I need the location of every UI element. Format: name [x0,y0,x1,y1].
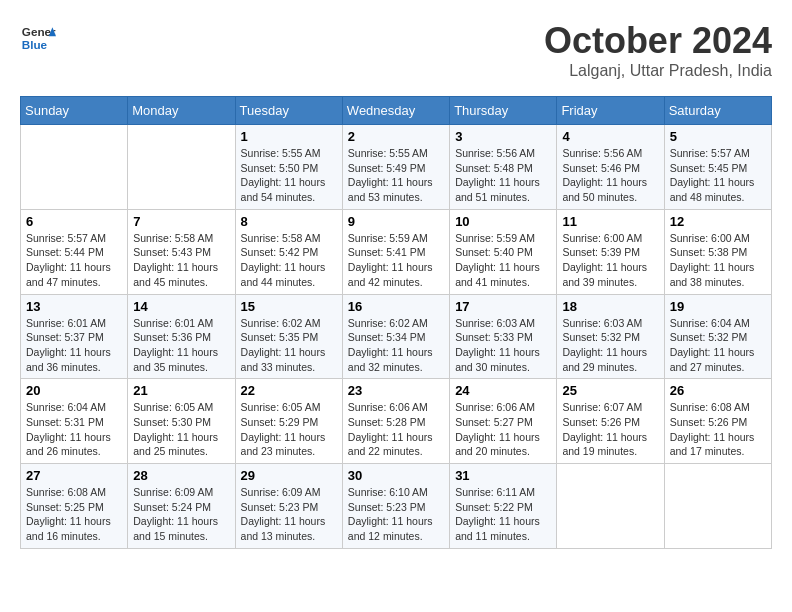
day-cell: 30Sunrise: 6:10 AM Sunset: 5:23 PM Dayli… [342,464,449,549]
svg-text:Blue: Blue [22,38,48,51]
day-cell: 9Sunrise: 5:59 AM Sunset: 5:41 PM Daylig… [342,209,449,294]
day-info: Sunrise: 6:07 AM Sunset: 5:26 PM Dayligh… [562,400,658,459]
day-number: 5 [670,129,766,144]
month-title: October 2024 [544,20,772,62]
day-cell: 15Sunrise: 6:02 AM Sunset: 5:35 PM Dayli… [235,294,342,379]
day-cell: 5Sunrise: 5:57 AM Sunset: 5:45 PM Daylig… [664,125,771,210]
day-cell: 12Sunrise: 6:00 AM Sunset: 5:38 PM Dayli… [664,209,771,294]
day-cell: 22Sunrise: 6:05 AM Sunset: 5:29 PM Dayli… [235,379,342,464]
day-info: Sunrise: 6:00 AM Sunset: 5:38 PM Dayligh… [670,231,766,290]
day-info: Sunrise: 6:11 AM Sunset: 5:22 PM Dayligh… [455,485,551,544]
day-info: Sunrise: 6:10 AM Sunset: 5:23 PM Dayligh… [348,485,444,544]
header-row: SundayMondayTuesdayWednesdayThursdayFrid… [21,97,772,125]
day-number: 4 [562,129,658,144]
day-info: Sunrise: 6:06 AM Sunset: 5:28 PM Dayligh… [348,400,444,459]
logo-icon: General Blue [20,20,56,56]
day-info: Sunrise: 6:08 AM Sunset: 5:25 PM Dayligh… [26,485,122,544]
day-info: Sunrise: 6:00 AM Sunset: 5:39 PM Dayligh… [562,231,658,290]
day-info: Sunrise: 5:56 AM Sunset: 5:48 PM Dayligh… [455,146,551,205]
calendar-body: 1Sunrise: 5:55 AM Sunset: 5:50 PM Daylig… [21,125,772,549]
day-cell: 16Sunrise: 6:02 AM Sunset: 5:34 PM Dayli… [342,294,449,379]
day-info: Sunrise: 6:02 AM Sunset: 5:35 PM Dayligh… [241,316,337,375]
day-number: 1 [241,129,337,144]
day-cell: 2Sunrise: 5:55 AM Sunset: 5:49 PM Daylig… [342,125,449,210]
day-info: Sunrise: 6:05 AM Sunset: 5:30 PM Dayligh… [133,400,229,459]
day-cell: 13Sunrise: 6:01 AM Sunset: 5:37 PM Dayli… [21,294,128,379]
day-cell: 29Sunrise: 6:09 AM Sunset: 5:23 PM Dayli… [235,464,342,549]
day-info: Sunrise: 6:03 AM Sunset: 5:33 PM Dayligh… [455,316,551,375]
day-number: 31 [455,468,551,483]
week-row-4: 20Sunrise: 6:04 AM Sunset: 5:31 PM Dayli… [21,379,772,464]
day-number: 29 [241,468,337,483]
day-cell: 14Sunrise: 6:01 AM Sunset: 5:36 PM Dayli… [128,294,235,379]
day-info: Sunrise: 6:05 AM Sunset: 5:29 PM Dayligh… [241,400,337,459]
day-cell: 10Sunrise: 5:59 AM Sunset: 5:40 PM Dayli… [450,209,557,294]
day-number: 30 [348,468,444,483]
day-info: Sunrise: 6:04 AM Sunset: 5:31 PM Dayligh… [26,400,122,459]
day-cell: 7Sunrise: 5:58 AM Sunset: 5:43 PM Daylig… [128,209,235,294]
day-number: 21 [133,383,229,398]
day-cell: 19Sunrise: 6:04 AM Sunset: 5:32 PM Dayli… [664,294,771,379]
day-info: Sunrise: 5:56 AM Sunset: 5:46 PM Dayligh… [562,146,658,205]
day-info: Sunrise: 5:57 AM Sunset: 5:44 PM Dayligh… [26,231,122,290]
day-number: 28 [133,468,229,483]
header-cell-sunday: Sunday [21,97,128,125]
day-number: 14 [133,299,229,314]
day-number: 19 [670,299,766,314]
day-number: 25 [562,383,658,398]
day-info: Sunrise: 5:59 AM Sunset: 5:40 PM Dayligh… [455,231,551,290]
day-info: Sunrise: 6:02 AM Sunset: 5:34 PM Dayligh… [348,316,444,375]
day-cell: 4Sunrise: 5:56 AM Sunset: 5:46 PM Daylig… [557,125,664,210]
day-cell: 27Sunrise: 6:08 AM Sunset: 5:25 PM Dayli… [21,464,128,549]
day-info: Sunrise: 5:55 AM Sunset: 5:49 PM Dayligh… [348,146,444,205]
day-number: 3 [455,129,551,144]
day-cell [664,464,771,549]
day-info: Sunrise: 6:01 AM Sunset: 5:36 PM Dayligh… [133,316,229,375]
day-number: 7 [133,214,229,229]
day-number: 24 [455,383,551,398]
day-cell: 17Sunrise: 6:03 AM Sunset: 5:33 PM Dayli… [450,294,557,379]
day-number: 23 [348,383,444,398]
day-number: 2 [348,129,444,144]
day-cell: 6Sunrise: 5:57 AM Sunset: 5:44 PM Daylig… [21,209,128,294]
day-number: 10 [455,214,551,229]
day-cell: 31Sunrise: 6:11 AM Sunset: 5:22 PM Dayli… [450,464,557,549]
day-cell [21,125,128,210]
week-row-1: 1Sunrise: 5:55 AM Sunset: 5:50 PM Daylig… [21,125,772,210]
day-cell: 26Sunrise: 6:08 AM Sunset: 5:26 PM Dayli… [664,379,771,464]
day-info: Sunrise: 6:06 AM Sunset: 5:27 PM Dayligh… [455,400,551,459]
day-number: 16 [348,299,444,314]
day-number: 12 [670,214,766,229]
day-number: 27 [26,468,122,483]
header-cell-wednesday: Wednesday [342,97,449,125]
day-info: Sunrise: 5:55 AM Sunset: 5:50 PM Dayligh… [241,146,337,205]
day-info: Sunrise: 6:01 AM Sunset: 5:37 PM Dayligh… [26,316,122,375]
day-cell: 28Sunrise: 6:09 AM Sunset: 5:24 PM Dayli… [128,464,235,549]
day-number: 17 [455,299,551,314]
calendar-table: SundayMondayTuesdayWednesdayThursdayFrid… [20,96,772,549]
header-cell-friday: Friday [557,97,664,125]
day-info: Sunrise: 5:58 AM Sunset: 5:42 PM Dayligh… [241,231,337,290]
day-info: Sunrise: 6:03 AM Sunset: 5:32 PM Dayligh… [562,316,658,375]
day-info: Sunrise: 6:08 AM Sunset: 5:26 PM Dayligh… [670,400,766,459]
day-cell: 25Sunrise: 6:07 AM Sunset: 5:26 PM Dayli… [557,379,664,464]
day-number: 22 [241,383,337,398]
title-block: October 2024 Lalganj, Uttar Pradesh, Ind… [544,20,772,80]
week-row-3: 13Sunrise: 6:01 AM Sunset: 5:37 PM Dayli… [21,294,772,379]
day-cell: 8Sunrise: 5:58 AM Sunset: 5:42 PM Daylig… [235,209,342,294]
header-cell-monday: Monday [128,97,235,125]
day-number: 15 [241,299,337,314]
day-cell: 11Sunrise: 6:00 AM Sunset: 5:39 PM Dayli… [557,209,664,294]
day-cell [557,464,664,549]
day-info: Sunrise: 6:04 AM Sunset: 5:32 PM Dayligh… [670,316,766,375]
header-cell-thursday: Thursday [450,97,557,125]
day-number: 26 [670,383,766,398]
day-info: Sunrise: 6:09 AM Sunset: 5:24 PM Dayligh… [133,485,229,544]
page-header: General Blue October 2024 Lalganj, Uttar… [20,20,772,80]
day-number: 20 [26,383,122,398]
day-cell: 20Sunrise: 6:04 AM Sunset: 5:31 PM Dayli… [21,379,128,464]
day-info: Sunrise: 5:58 AM Sunset: 5:43 PM Dayligh… [133,231,229,290]
day-number: 13 [26,299,122,314]
day-cell [128,125,235,210]
header-cell-saturday: Saturday [664,97,771,125]
